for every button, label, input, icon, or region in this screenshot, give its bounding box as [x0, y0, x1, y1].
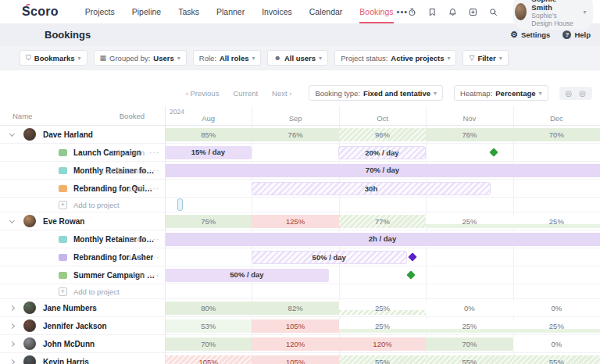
- heatmap-cell-dec[interactable]: 25%: [513, 319, 600, 333]
- grid-icon: ▦: [100, 54, 107, 62]
- expand-toggle[interactable]: [0, 360, 23, 364]
- nav-item-bookings[interactable]: Bookings: [359, 0, 393, 23]
- booked-value: 176h: [128, 253, 145, 262]
- expand-toggle[interactable]: [0, 342, 23, 346]
- comment-bubble-alt-icon[interactable]: ◎: [579, 89, 586, 98]
- add-to-project-button[interactable]: Add to project: [73, 201, 120, 209]
- filter-filter-chip[interactable]: ▽Filter▾: [462, 50, 508, 66]
- project-color-icon: [59, 236, 67, 243]
- nav-item-projects[interactable]: Projects: [85, 0, 115, 23]
- expand-toggle[interactable]: [0, 324, 23, 328]
- user-name-label[interactable]: John McDunn: [43, 340, 95, 348]
- collapse-toggle[interactable]: [0, 219, 23, 224]
- add-new-icon[interactable]: [469, 6, 477, 18]
- collapse-toggle[interactable]: [0, 132, 23, 137]
- heatmap-cell-dec[interactable]: 55%: [513, 355, 600, 364]
- row-menu-button[interactable]: ···: [149, 166, 159, 175]
- heatmap-cell-oct[interactable]: 25%: [339, 319, 426, 333]
- milestone-diamond[interactable]: [406, 270, 415, 279]
- milestone-diamond[interactable]: [490, 148, 498, 156]
- row-menu-button[interactable]: ···: [149, 235, 159, 244]
- expand-toggle[interactable]: [0, 306, 23, 310]
- user-name-label[interactable]: Kevin Harris: [43, 358, 89, 364]
- heatmap-cell-nov[interactable]: 76%: [426, 128, 512, 141]
- project-color-icon: [59, 272, 67, 279]
- chevron-right-icon: [9, 305, 14, 310]
- comment-bubble-icon[interactable]: ◎: [566, 89, 573, 98]
- heatmap-cell-dec[interactable]: 25%: [513, 215, 600, 228]
- booking-bar[interactable]: 15% / day: [165, 146, 252, 159]
- heatmap-cell-nov[interactable]: 0%: [426, 302, 512, 315]
- heatmap-cell-sep[interactable]: 82%: [252, 302, 338, 315]
- heatmap-cell-aug[interactable]: 53%: [165, 319, 252, 333]
- user-row: Kevin Harris105%105%55%55%55%: [0, 353, 600, 364]
- heatmap-cell-nov[interactable]: 25%: [426, 319, 512, 333]
- nav-item-invoices[interactable]: Invoices: [262, 0, 292, 23]
- nav-item-tasks[interactable]: Tasks: [178, 0, 199, 23]
- heatmap-cell-sep[interactable]: 105%: [252, 355, 338, 364]
- heatmap-cell-oct[interactable]: 55%: [339, 355, 426, 364]
- heatmap-cell-dec[interactable]: 70%: [513, 128, 600, 141]
- page-title: Bookings: [45, 29, 91, 41]
- heatmap-cell-dec[interactable]: 0%: [513, 337, 600, 351]
- heatmap-cell-oct[interactable]: 120%: [339, 337, 426, 351]
- heatmap-cell-nov[interactable]: 55%: [426, 355, 512, 364]
- booking-bar[interactable]: 2h / day: [165, 233, 600, 246]
- heatmap-cell-dec[interactable]: 0%: [513, 302, 600, 315]
- users-filter-chip[interactable]: ▦Grouped by:Users▾: [94, 50, 187, 66]
- user-menu[interactable]: Sophie Smith Sophie's Design House ▾: [513, 0, 592, 30]
- heatmap-cell-sep[interactable]: 105%: [252, 319, 338, 333]
- heatmap-cells: 53%105%25%25%25%: [165, 317, 600, 334]
- booking-bar[interactable]: 50% / day: [252, 251, 407, 264]
- user-name-label[interactable]: Jane Numbers: [43, 304, 97, 312]
- all-users-filter-chip[interactable]: ☻All users▾: [267, 50, 328, 66]
- heatmap-cell-nov[interactable]: 70%: [426, 337, 512, 351]
- booking-bar[interactable]: 20% / day: [338, 146, 425, 159]
- heatmap-cell-sep[interactable]: 120%: [252, 337, 338, 351]
- heatmap-cell-aug[interactable]: 80%: [165, 302, 252, 315]
- heatmap-cell-sep[interactable]: 125%: [252, 215, 338, 228]
- booking-type-select[interactable]: Booking type: Fixed and tentative ▾: [309, 85, 443, 101]
- heatmap-cell-oct[interactable]: 96%: [339, 128, 426, 141]
- milestone-diamond[interactable]: [408, 252, 416, 261]
- user-name-label[interactable]: Dave Harland: [43, 130, 93, 139]
- nav-item-planner[interactable]: Planner: [216, 0, 245, 23]
- timer-icon[interactable]: [408, 6, 416, 18]
- settings-button[interactable]: ⚙ Settings: [510, 30, 550, 40]
- nav-item-calendar[interactable]: Calendar: [309, 0, 343, 23]
- help-button[interactable]: ? Help: [562, 30, 591, 39]
- heatmap-cell-nov[interactable]: 25%: [426, 215, 512, 228]
- heatmap-select[interactable]: Heatmap: Percentage ▾: [454, 85, 548, 101]
- heatmap-cell-sep[interactable]: 76%: [252, 128, 338, 141]
- all-roles-filter-chip[interactable]: Role:All roles▾: [193, 50, 262, 66]
- active-projects-filter-chip[interactable]: Project status:Active projects▾: [334, 50, 456, 66]
- scoro-logo[interactable]: Scoro: [22, 5, 59, 19]
- booking-bar[interactable]: 30h: [252, 182, 491, 195]
- row-menu-button[interactable]: ···: [149, 184, 159, 193]
- booking-bar[interactable]: 50% / day: [165, 269, 329, 282]
- add-to-project-button[interactable]: Add to project: [73, 287, 120, 296]
- tentative-booking-fragment[interactable]: [177, 198, 183, 211]
- heatmap-cell-aug[interactable]: 105%: [165, 355, 252, 364]
- nav-item-pipeline[interactable]: Pipeline: [132, 0, 161, 23]
- heatmap-cell-oct[interactable]: 25%: [339, 302, 426, 315]
- current-button[interactable]: Current: [233, 89, 258, 98]
- bookmark-icon[interactable]: [428, 6, 437, 18]
- next-button[interactable]: Next ›: [272, 89, 291, 98]
- row-menu-button[interactable]: ···: [149, 271, 159, 280]
- bookmarks-filter-chip[interactable]: ⛉Bookmarks▾: [20, 50, 88, 66]
- bell-icon[interactable]: [448, 6, 457, 18]
- user-name-label[interactable]: Jennifer Jackson: [43, 322, 107, 330]
- previous-button[interactable]: ‹ Previous: [186, 89, 220, 98]
- heatmap-cell-aug[interactable]: 85%: [165, 128, 252, 141]
- row-menu-button[interactable]: ···: [149, 148, 159, 157]
- nav-more-button[interactable]: •••: [397, 7, 409, 16]
- heatmap-cell-oct[interactable]: 77%: [339, 215, 426, 228]
- chip-value: All roles: [220, 54, 249, 62]
- row-menu-button[interactable]: ···: [149, 253, 159, 262]
- user-name-label[interactable]: Eve Rowan: [43, 217, 84, 226]
- heatmap-cell-aug[interactable]: 70%: [165, 337, 252, 351]
- search-icon[interactable]: [489, 6, 498, 18]
- heatmap-cell-aug[interactable]: 75%: [165, 215, 252, 228]
- booking-bar[interactable]: 70% / day: [165, 164, 600, 177]
